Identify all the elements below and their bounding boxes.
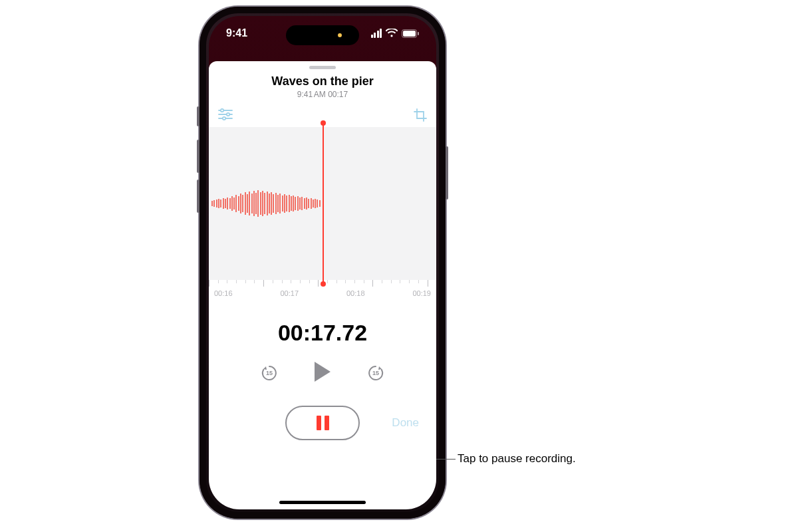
options-button[interactable] xyxy=(218,108,233,124)
tick-label: 00:17 xyxy=(280,289,299,297)
dynamic-island xyxy=(286,25,359,45)
phone-frame: 9:41 Waves on the pier 9:41 AM 00:17 xyxy=(200,7,446,519)
screen: 9:41 Waves on the pier 9:41 AM 00:17 xyxy=(209,16,436,509)
pause-icon xyxy=(317,416,329,430)
recording-title[interactable]: Waves on the pier xyxy=(209,74,436,88)
recording-subtitle: 9:41 AM 00:17 xyxy=(209,90,436,99)
svg-point-4 xyxy=(221,109,223,112)
waveform-area[interactable] xyxy=(209,127,436,280)
crop-icon xyxy=(414,108,427,122)
svg-rect-2 xyxy=(418,32,419,35)
cellular-icon xyxy=(371,29,382,38)
sliders-icon xyxy=(218,108,233,120)
volume-down-button xyxy=(197,180,200,213)
callout-text: Tap to pause recording. xyxy=(458,452,576,466)
elapsed-timer: 00:17.72 xyxy=(209,320,436,346)
silent-switch xyxy=(197,106,200,126)
done-button[interactable]: Done xyxy=(392,416,419,430)
tick-label: 00:18 xyxy=(346,289,365,297)
trim-button[interactable] xyxy=(414,108,427,124)
side-button xyxy=(446,146,448,200)
tick-label: 00:19 xyxy=(412,289,431,297)
skip-forward-button[interactable]: 15 xyxy=(366,364,385,382)
playhead[interactable] xyxy=(323,123,324,284)
volume-up-button xyxy=(197,140,200,173)
tick-label: 00:16 xyxy=(214,289,233,297)
skip-back-button[interactable]: 15 xyxy=(260,364,279,382)
wifi-icon xyxy=(386,29,398,38)
play-icon xyxy=(312,360,333,383)
pause-record-button[interactable] xyxy=(285,406,360,440)
skip-forward-label: 15 xyxy=(366,364,385,382)
home-indicator[interactable] xyxy=(279,501,366,504)
svg-rect-1 xyxy=(403,31,416,37)
recording-sheet: Waves on the pier 9:41 AM 00:17 xyxy=(209,61,436,509)
svg-point-8 xyxy=(223,117,225,120)
battery-icon xyxy=(402,29,419,38)
status-time: 9:41 xyxy=(226,27,247,39)
waveform xyxy=(209,127,323,280)
svg-point-6 xyxy=(227,113,229,116)
skip-back-label: 15 xyxy=(260,364,279,382)
transport-controls: 15 15 xyxy=(209,360,436,386)
sheet-grabber[interactable] xyxy=(309,66,336,69)
play-button[interactable] xyxy=(312,360,333,386)
